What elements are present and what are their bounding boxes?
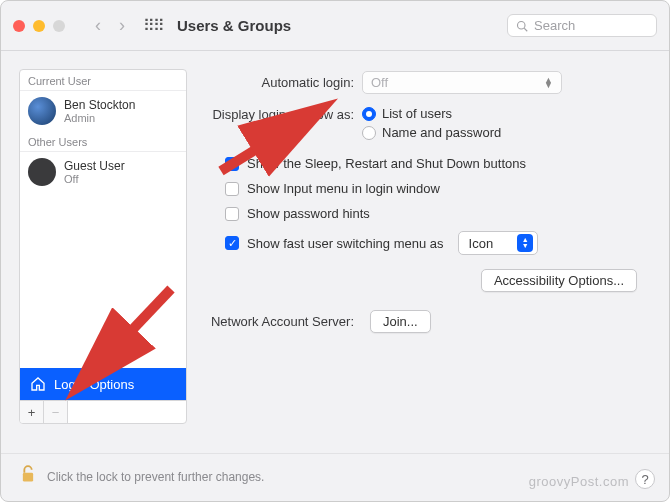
join-button[interactable]: Join...	[370, 310, 431, 333]
help-button[interactable]: ?	[635, 469, 655, 489]
checkbox-icon	[225, 207, 239, 221]
section-current-user: Current User	[20, 70, 186, 91]
svg-line-1	[524, 28, 527, 31]
checkbox-icon: ✓	[225, 157, 239, 171]
checkbox-show-sleep-buttons[interactable]: ✓ Show the Sleep, Restart and Shut Down …	[207, 156, 645, 171]
checkbox-icon	[225, 182, 239, 196]
avatar	[28, 97, 56, 125]
svg-point-0	[518, 21, 526, 29]
user-sidebar: Current User Ben Stockton Admin Other Us…	[19, 69, 187, 424]
forward-button: ›	[119, 15, 125, 36]
add-user-button[interactable]: +	[20, 401, 44, 423]
show-all-icon[interactable]: ⠿⠿	[143, 23, 163, 29]
window-title: Users & Groups	[177, 17, 291, 34]
nas-label: Network Account Server:	[207, 314, 362, 329]
checkbox-show-input-menu[interactable]: Show Input menu in login window	[207, 181, 645, 196]
avatar	[28, 158, 56, 186]
close-window[interactable]	[13, 20, 25, 32]
checkbox-fast-user-switching[interactable]: ✓ Show fast user switching menu as Icon …	[207, 231, 645, 255]
radio-icon	[362, 126, 376, 140]
watermark: groovyPost.com	[529, 474, 629, 489]
search-icon	[516, 20, 528, 32]
checkbox-show-password-hints[interactable]: Show password hints	[207, 206, 645, 221]
fast-switch-select[interactable]: Icon ▲▼	[458, 231, 539, 255]
auto-login-label: Automatic login:	[207, 75, 362, 90]
radio-name-password[interactable]: Name and password	[362, 125, 501, 140]
sidebar-item-guest-user[interactable]: Guest User Off	[20, 152, 186, 192]
svg-rect-2	[23, 473, 33, 482]
chevron-updown-icon: ▲▼	[517, 234, 533, 252]
zoom-window[interactable]	[53, 20, 65, 32]
sidebar-item-login-options[interactable]: Login Options	[20, 368, 186, 400]
back-button[interactable]: ‹	[95, 15, 101, 36]
accessibility-options-button[interactable]: Accessibility Options...	[481, 269, 637, 292]
lock-icon[interactable]	[19, 464, 37, 489]
auto-login-select[interactable]: Off ▲▼	[362, 71, 562, 94]
chevron-updown-icon: ▲▼	[544, 78, 553, 88]
checkbox-icon: ✓	[225, 236, 239, 250]
section-other-users: Other Users	[20, 131, 186, 152]
display-window-label: Display login window as:	[207, 106, 362, 122]
sidebar-item-current-user[interactable]: Ben Stockton Admin	[20, 91, 186, 131]
remove-user-button: −	[44, 401, 68, 423]
radio-icon	[362, 107, 376, 121]
minimize-window[interactable]	[33, 20, 45, 32]
radio-list-of-users[interactable]: List of users	[362, 106, 501, 121]
search-input[interactable]: Search	[507, 14, 657, 37]
lock-message: Click the lock to prevent further change…	[47, 470, 264, 484]
home-icon	[30, 376, 46, 392]
